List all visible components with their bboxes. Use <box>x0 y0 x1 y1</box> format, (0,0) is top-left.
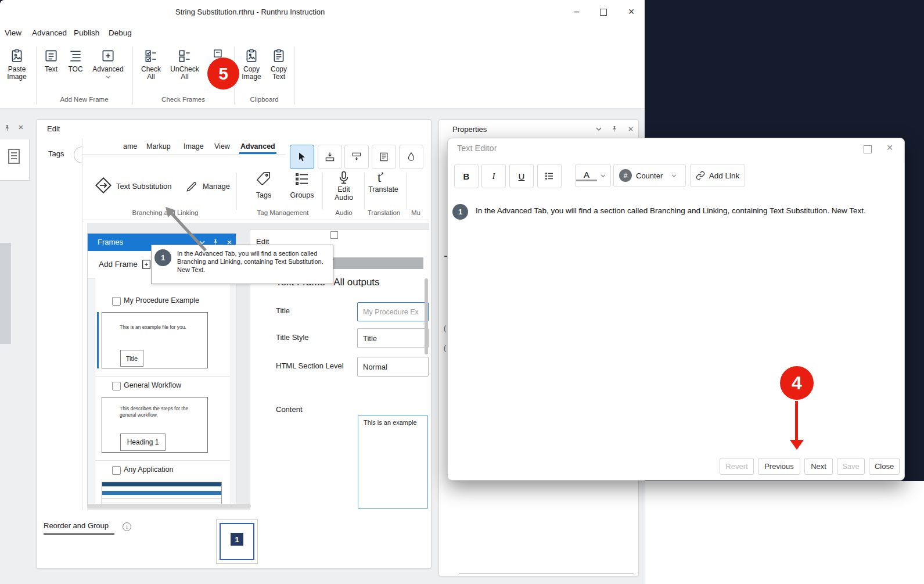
cursor-icon <box>296 151 308 163</box>
uncheck-all-label: UnCheck All <box>168 66 201 81</box>
collapsed-panel-edge <box>0 243 11 344</box>
chevron-down-icon <box>601 174 606 177</box>
group-label-audio: Audio <box>329 209 359 216</box>
close-icon[interactable]: × <box>626 123 635 134</box>
embedded-tab-view[interactable]: View <box>214 142 230 151</box>
insert-frame-above-button[interactable] <box>344 145 369 169</box>
add-link-button[interactable]: Add Link <box>690 164 745 187</box>
embedded-ribbon-divider <box>82 220 429 220</box>
annotation-arrow <box>158 200 216 258</box>
text-frame-icon <box>378 151 390 163</box>
frames-panel-title: Frames <box>98 238 123 246</box>
dock-tab-document[interactable] <box>0 139 30 181</box>
frame-thumbnail[interactable]: 1 <box>216 519 258 564</box>
horizontal-scrollbar-thumb[interactable] <box>87 504 251 508</box>
properties-panel-title: Properties <box>452 125 487 134</box>
uncheck-all-icon <box>177 48 192 63</box>
menu-item-view[interactable]: View <box>5 28 21 37</box>
toc-button[interactable]: TOC <box>64 48 87 73</box>
embedded-tab-markup[interactable]: Markup <box>146 142 171 151</box>
copy-text-label: Copy Text <box>266 66 292 81</box>
copy-text-button[interactable]: Copy Text <box>266 48 292 81</box>
toc-icon <box>68 48 83 63</box>
toc-label: TOC <box>68 66 82 73</box>
close-button[interactable]: × <box>883 141 896 155</box>
embedded-tab-advanced[interactable]: Advanced <box>240 142 275 151</box>
reorder-and-group-tab[interactable]: Reorder and Group <box>44 521 109 530</box>
copy-image-button[interactable]: Copy Image <box>238 48 265 81</box>
pin-icon[interactable] <box>2 123 12 132</box>
editor-paragraph-text[interactable]: In the Advanced Tab, you will find a sec… <box>476 206 882 215</box>
minimize-button[interactable]: – <box>569 5 584 19</box>
advanced-label: Advanced <box>92 66 123 73</box>
menu-bar: View Advanced Publish Debug <box>0 23 645 43</box>
template-checkbox[interactable] <box>112 382 121 390</box>
html-section-level-label: HTML Section Level <box>276 361 344 370</box>
paste-image-button[interactable]: Paste Image <box>2 48 32 81</box>
manage-button[interactable]: Manage <box>203 182 230 191</box>
maximize-button[interactable] <box>864 145 872 153</box>
save-button[interactable]: Save <box>837 458 865 475</box>
template-checkbox[interactable] <box>112 466 121 475</box>
next-button[interactable]: Next <box>804 458 833 475</box>
menu-item-debug[interactable]: Debug <box>109 28 132 37</box>
title-field-input[interactable]: My Procedure Ex <box>357 302 429 321</box>
template-preview-text: This is an example file for you. <box>120 324 202 330</box>
counter-dropdown[interactable]: # Counter <box>613 164 686 187</box>
uncheck-all-button[interactable]: UnCheck All <box>168 48 201 81</box>
tags-button[interactable]: Tags <box>251 191 276 199</box>
embedded-tab-frame[interactable]: ame <box>123 142 137 151</box>
counter-hash-icon: # <box>619 169 632 182</box>
text-frame-tool-button[interactable] <box>372 145 396 169</box>
maximize-button[interactable] <box>600 9 607 16</box>
previous-button[interactable]: Previous <box>758 458 800 475</box>
text-color-button[interactable]: A <box>575 164 611 187</box>
embedded-tab-image[interactable]: Image <box>184 142 204 151</box>
screen: String Substitution.rthru - Runthru Inst… <box>0 0 924 584</box>
groups-button[interactable]: Groups <box>289 191 315 199</box>
underline-button[interactable]: U <box>509 164 534 188</box>
html-section-level-select[interactable]: Normal <box>357 357 429 377</box>
close-icon[interactable]: × <box>16 122 26 131</box>
italic-button[interactable]: I <box>481 164 506 188</box>
thumbnail-titlebar <box>102 482 221 486</box>
text-substitution-button[interactable]: Text Substitution <box>116 182 171 191</box>
microphone-icon <box>336 169 352 187</box>
ribbon-separator <box>294 46 295 105</box>
groups-icon <box>293 170 311 188</box>
edit-panel: Edit Tags ✎ ⚙ ame Markup Image View Adva… <box>36 119 432 569</box>
title-bar[interactable]: String Substitution.rthru - Runthru Inst… <box>0 0 645 23</box>
advanced-frame-button[interactable]: Advanced <box>91 48 125 78</box>
maximize-icon[interactable] <box>330 231 338 239</box>
template-preview[interactable]: This is an example file for you. Title <box>102 312 208 368</box>
template-checkbox[interactable] <box>112 297 121 306</box>
vertical-scrollbar-thumb[interactable] <box>425 278 428 354</box>
close-button[interactable]: × <box>624 5 639 19</box>
list-button[interactable] <box>537 164 562 188</box>
paragraph-step-badge: 1 <box>452 204 468 220</box>
content-textarea[interactable]: This is an example <box>358 415 428 509</box>
tab-divider <box>82 154 286 155</box>
template-label: General Workflow <box>124 381 181 389</box>
select-tool-button[interactable] <box>290 145 314 169</box>
template-divider <box>95 460 230 461</box>
title-style-select[interactable]: Title <box>357 328 429 348</box>
template-preview[interactable]: This describes the steps for the general… <box>102 397 208 453</box>
edit-audio-button[interactable]: Edit Audio <box>329 185 358 202</box>
text-frame-button[interactable]: Text <box>39 48 63 73</box>
annotation-arrow-head <box>790 440 804 450</box>
menu-item-publish[interactable]: Publish <box>74 28 99 37</box>
translate-button[interactable]: Translate <box>365 185 401 194</box>
template-label: My Procedure Example <box>124 296 199 304</box>
color-drop-tool-button[interactable] <box>399 145 423 169</box>
chevron-down-icon[interactable] <box>596 127 602 131</box>
close-dialog-button[interactable]: Close <box>869 458 900 475</box>
revert-button[interactable]: Revert <box>720 458 754 475</box>
insert-frame-below-button[interactable] <box>318 145 342 169</box>
pin-icon[interactable] <box>611 126 618 132</box>
tags-label: Tags <box>48 149 64 158</box>
bold-button[interactable]: B <box>454 164 479 188</box>
check-all-button[interactable]: Check All <box>138 48 164 81</box>
embedded-ribbon-separator <box>322 173 323 210</box>
menu-item-advanced[interactable]: Advanced <box>32 28 67 37</box>
